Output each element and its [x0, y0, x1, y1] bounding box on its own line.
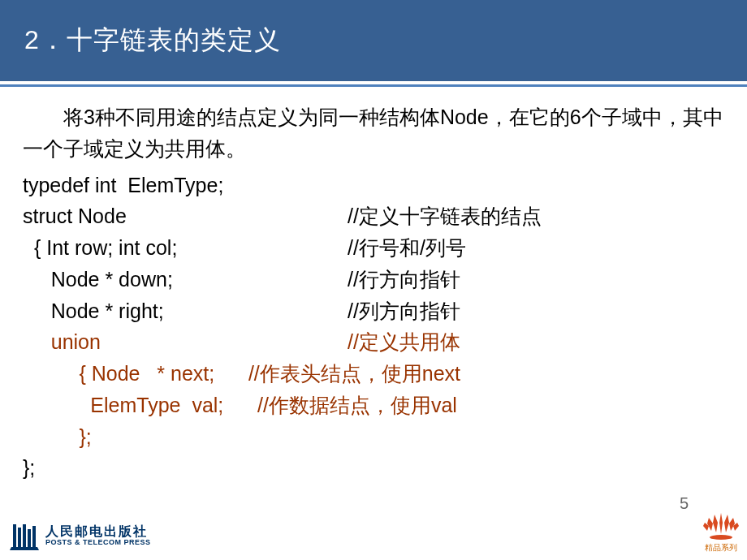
code-text: { Int row; int col;: [23, 232, 348, 264]
code-line-8: ElemType val; //作数据结点，使用val: [23, 390, 724, 421]
svg-rect-2: [23, 524, 26, 547]
svg-rect-3: [28, 529, 31, 547]
code-line-9: };: [23, 421, 724, 453]
code-comment: //列方向指针: [348, 295, 460, 327]
code-line-3: { Int row; int col; //行号和/列号: [23, 232, 724, 264]
publisher-logo-icon: [8, 519, 41, 552]
code-line-10: };: [23, 452, 724, 484]
publisher-text: 人民邮电出版社 POSTS & TELECOM PRESS: [45, 524, 151, 546]
svg-rect-0: [13, 524, 16, 547]
code-line-4: Node * down; //行方向指针: [23, 264, 724, 295]
code-line-1: typedef int ElemType;: [23, 170, 724, 201]
publisher-name-en: POSTS & TELECOM PRESS: [45, 539, 151, 547]
code-comment: //行方向指针: [348, 264, 460, 295]
title-underline: [0, 84, 747, 87]
code-line-5: Node * right; //列方向指针: [23, 295, 724, 327]
svg-rect-1: [18, 528, 21, 547]
code-text-union: ElemType val;: [23, 390, 257, 421]
slide-title-bar: 2．十字链表的类定义: [0, 0, 747, 81]
code-text-union: { Node * next;: [23, 358, 248, 390]
code-comment: //行号和/列号: [348, 232, 466, 264]
code-text: struct Node: [23, 200, 348, 232]
code-text: };: [23, 452, 35, 484]
code-line-2: struct Node //定义十字链表的结点: [23, 200, 724, 232]
publisher-name-cn: 人民邮电出版社: [45, 524, 151, 539]
code-text: typedef int ElemType;: [23, 170, 348, 201]
code-comment: //定义共用体: [348, 326, 460, 358]
code-text: Node * down;: [23, 264, 348, 295]
code-text-union: union: [23, 326, 348, 358]
svg-point-5: [710, 535, 732, 540]
code-comment: //定义十字链表的结点: [348, 200, 542, 232]
code-line-7: { Node * next; //作表头结点，使用next: [23, 358, 724, 390]
code-line-6: union //定义共用体: [23, 326, 724, 358]
footer-series: 精品系列: [703, 511, 739, 554]
series-logo-icon: [703, 511, 739, 541]
slide-title: 2．十字链表的类定义: [24, 23, 723, 58]
code-comment: //作数据结点，使用val: [257, 390, 457, 421]
page-number: 5: [680, 494, 689, 513]
code-text-union: };: [23, 421, 92, 453]
intro-paragraph: 将3种不同用途的结点定义为同一种结构体Node，在它的6个子域中，其中一个子域定…: [23, 101, 724, 165]
svg-rect-4: [32, 526, 36, 547]
footer-publisher: 人民邮电出版社 POSTS & TELECOM PRESS: [8, 519, 151, 552]
series-label: 精品系列: [705, 542, 737, 554]
code-comment: //作表头结点，使用next: [248, 358, 460, 390]
code-text: Node * right;: [23, 295, 348, 327]
slide-content: 将3种不同用途的结点定义为同一种结构体Node，在它的6个子域中，其中一个子域定…: [0, 101, 747, 484]
